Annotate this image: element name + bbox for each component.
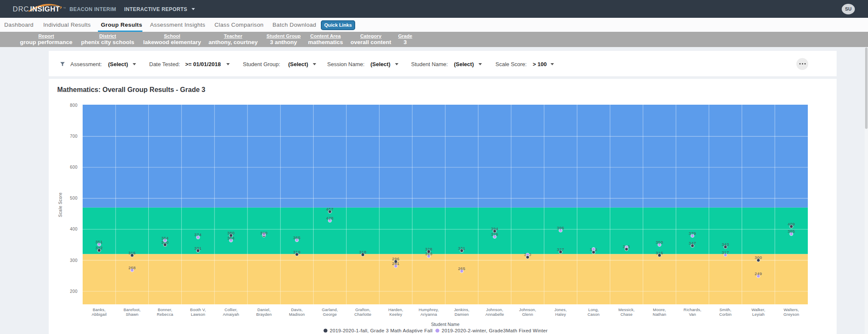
svg-text:313: 313 [425, 251, 432, 256]
svg-text:Davis,: Davis, [291, 307, 303, 312]
svg-text:Keeley: Keeley [389, 312, 402, 317]
svg-text:600: 600 [70, 165, 78, 170]
svg-text:Greyson: Greyson [783, 312, 799, 317]
svg-text:281: 281 [392, 261, 399, 266]
svg-text:364: 364 [161, 236, 169, 240]
svg-text:Corbin: Corbin [719, 312, 732, 317]
svg-text:Lawson: Lawson [191, 312, 205, 317]
svg-text:296: 296 [392, 256, 399, 261]
svg-text:Richards,: Richards, [684, 307, 701, 312]
svg-text:347: 347 [689, 241, 696, 245]
svg-text:400: 400 [70, 227, 78, 231]
svg-text:Collier,: Collier, [225, 307, 238, 312]
svg-text:Annabelle: Annabelle [485, 312, 504, 317]
svg-text:Barefoot,: Barefoot, [124, 307, 141, 312]
svg-text:Chase: Chase [620, 312, 632, 317]
svg-text:Long,: Long, [588, 307, 599, 312]
svg-text:268: 268 [128, 265, 136, 270]
svg-text:331: 331 [458, 246, 465, 250]
svg-text:Van: Van [689, 312, 696, 317]
svg-text:396: 396 [557, 225, 564, 230]
svg-text:Messick,: Messick, [618, 307, 635, 312]
svg-text:Jones,: Jones, [554, 307, 567, 312]
svg-text:Brayden: Brayden [256, 312, 272, 317]
svg-text:George: George [323, 312, 337, 317]
svg-text:376: 376 [491, 232, 498, 237]
svg-text:328: 328 [425, 247, 432, 251]
svg-text:300: 300 [70, 258, 78, 263]
svg-text:Harden,: Harden, [388, 307, 403, 312]
svg-text:380: 380 [227, 231, 234, 235]
svg-text:374: 374 [195, 232, 202, 237]
svg-text:200: 200 [70, 289, 78, 294]
svg-text:Smith,: Smith, [720, 307, 732, 312]
svg-text:316: 316 [128, 250, 136, 255]
svg-text:300: 300 [755, 255, 762, 260]
svg-text:Shawn: Shawn [126, 312, 139, 317]
svg-text:331: 331 [195, 246, 202, 250]
svg-text:316: 316 [656, 250, 663, 255]
svg-text:379: 379 [689, 231, 696, 236]
svg-text:319: 319 [293, 250, 300, 254]
svg-text:249: 249 [755, 271, 762, 276]
svg-text:Moore,: Moore, [653, 307, 666, 312]
svg-text:Glenn: Glenn [522, 312, 533, 317]
svg-text:2019-2020-2-winter, Grade3Math: 2019-2020-2-winter, Grade3Math Fixed Win… [442, 328, 548, 333]
svg-text:Johnson,: Johnson, [486, 307, 503, 312]
svg-text:Walters,: Walters, [784, 307, 799, 312]
svg-text:Leyiah: Leyiah [752, 312, 765, 317]
svg-text:364: 364 [227, 236, 234, 240]
svg-text:700: 700 [70, 134, 78, 139]
svg-text:Madison: Madison [289, 312, 305, 317]
svg-text:Student Name: Student Name [431, 322, 459, 327]
svg-text:350: 350 [656, 240, 663, 245]
svg-text:Nathan: Nathan [653, 312, 666, 317]
svg-text:Humphrey,: Humphrey, [419, 307, 439, 312]
svg-text:428: 428 [326, 216, 334, 220]
svg-text:INSIGHT: INSIGHT [30, 5, 60, 13]
svg-text:DRC: DRC [13, 5, 29, 13]
svg-text:365: 365 [293, 235, 300, 240]
svg-text:409: 409 [787, 222, 795, 226]
svg-text:Daniel,: Daniel, [257, 307, 270, 312]
svg-text:265: 265 [458, 266, 465, 271]
svg-text:Bonner,: Bonner, [158, 307, 172, 312]
svg-text:Haley: Haley [555, 312, 566, 317]
svg-text:394: 394 [491, 226, 498, 231]
svg-text:Amaiyah: Amaiyah [223, 312, 239, 317]
svg-text:Ariyanna: Ariyanna [420, 312, 437, 317]
svg-text:327: 327 [557, 247, 564, 252]
svg-text:Abbigail: Abbigail [92, 312, 106, 317]
svg-text:457: 457 [326, 207, 334, 212]
svg-text:318: 318 [359, 250, 366, 254]
svg-text:Banks,: Banks, [93, 307, 106, 312]
svg-text:Cason: Cason [587, 312, 599, 317]
svg-text:343: 343 [722, 242, 729, 247]
svg-text:Walker,: Walker, [751, 307, 765, 312]
svg-text:500: 500 [70, 196, 78, 200]
svg-text:TM: TM [63, 7, 66, 9]
svg-text:Grafton,: Grafton, [355, 307, 370, 312]
svg-text:Booth V,: Booth V, [190, 307, 206, 312]
svg-text:800: 800 [70, 103, 78, 108]
svg-text:Charlotte: Charlotte [354, 312, 371, 317]
svg-text:Johnson,: Johnson, [519, 307, 536, 312]
svg-text:Jenkins,: Jenkins, [454, 307, 469, 312]
svg-text:Damien: Damien [454, 312, 469, 317]
svg-text:351: 351 [95, 239, 103, 244]
svg-text:2019-2020-1-fall, Grade 3 Math: 2019-2020-1-fall, Grade 3 Math Adaptive … [330, 328, 433, 333]
svg-text:317: 317 [722, 250, 729, 255]
svg-text:Scale Score: Scale Score [58, 192, 63, 217]
svg-text:Garland,: Garland, [322, 307, 338, 312]
svg-text:380: 380 [260, 231, 267, 235]
svg-text:385: 385 [787, 229, 795, 234]
svg-text:Rebecca: Rebecca [157, 312, 173, 317]
